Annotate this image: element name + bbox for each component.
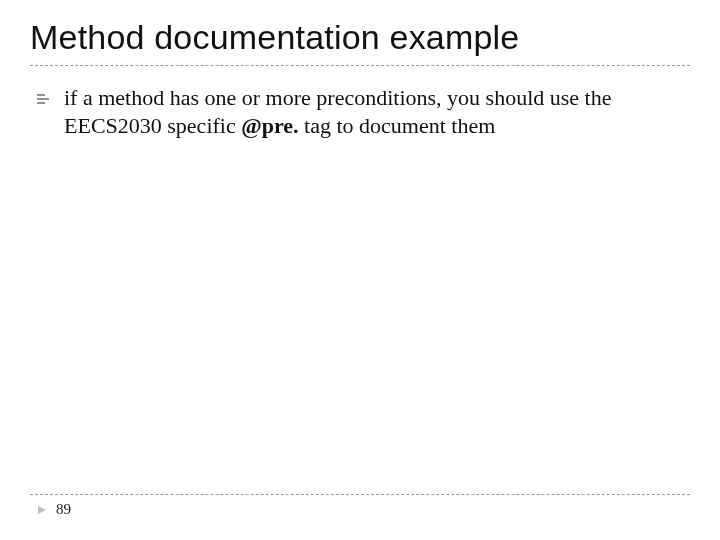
page-marker-icon — [36, 504, 48, 516]
title-divider — [30, 65, 690, 66]
bullet-text: if a method has one or more precondition… — [64, 84, 690, 139]
bullet-icon — [36, 93, 50, 105]
footer-divider — [30, 494, 690, 495]
page-number: 89 — [56, 501, 71, 518]
bullet-item: if a method has one or more precondition… — [30, 84, 690, 139]
bullet-text-tag: @pre. — [241, 113, 298, 138]
slide: Method documentation example if a method… — [0, 0, 720, 540]
slide-title: Method documentation example — [30, 18, 690, 57]
svg-marker-3 — [38, 506, 46, 514]
bullet-text-post: tag to document them — [299, 113, 496, 138]
footer-row: 89 — [30, 501, 690, 518]
slide-footer: 89 — [30, 494, 690, 518]
